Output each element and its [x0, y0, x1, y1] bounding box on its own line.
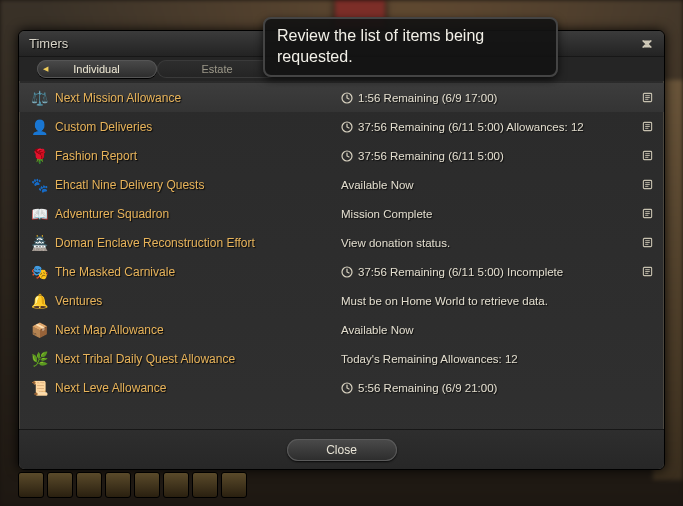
row-status-text: 37:56 Remaining (6/11 5:00) [358, 150, 504, 162]
row-status: 37:56 Remaining (6/11 5:00) Allowances: … [341, 121, 634, 133]
row-name: The Masked Carnivale [55, 265, 335, 279]
row-status: Available Now [341, 179, 634, 191]
row-name: Next Tribal Daily Quest Allowance [55, 352, 335, 366]
row-status-text: 37:56 Remaining (6/11 5:00) Allowances: … [358, 121, 584, 133]
window-title: Timers [29, 36, 68, 51]
notebook-icon[interactable] [640, 149, 654, 163]
row-status-text: View donation status. [341, 237, 450, 249]
row-icon: 📖 [29, 204, 49, 224]
clock-icon [341, 150, 353, 162]
row-icon: 🌿 [29, 349, 49, 369]
footer: Close [19, 429, 664, 469]
row-icon: 🎭 [29, 262, 49, 282]
row-name: Adventurer Squadron [55, 207, 335, 221]
row-status: 5:56 Remaining (6/9 21:00) [341, 382, 634, 394]
row-status: Mission Complete [341, 208, 634, 220]
notebook-icon [640, 381, 654, 395]
clock-icon [341, 121, 353, 133]
help-icon[interactable] [638, 36, 656, 52]
hotbar-hint [18, 472, 665, 502]
timer-row[interactable]: 🏯Doman Enclave Reconstruction EffortView… [19, 228, 664, 257]
notebook-icon[interactable] [640, 265, 654, 279]
timers-window: Timers Individual Estate ⚖️Next Mission … [18, 30, 665, 470]
tooltip-text: Review the list of items being requested… [277, 27, 484, 65]
timer-row[interactable]: 🌹Fashion Report37:56 Remaining (6/11 5:0… [19, 141, 664, 170]
row-name: Ehcatl Nine Delivery Quests [55, 178, 335, 192]
tab-individual[interactable]: Individual [37, 60, 157, 78]
row-name: Next Map Allowance [55, 323, 335, 337]
timer-row[interactable]: 🌿Next Tribal Daily Quest AllowanceToday'… [19, 344, 664, 373]
timer-row[interactable]: 👤Custom Deliveries37:56 Remaining (6/11 … [19, 112, 664, 141]
clock-icon [341, 92, 353, 104]
timer-row[interactable]: 📜Next Leve Allowance5:56 Remaining (6/9 … [19, 373, 664, 402]
row-status: 37:56 Remaining (6/11 5:00) [341, 150, 634, 162]
notebook-icon[interactable] [640, 178, 654, 192]
row-status-text: 5:56 Remaining (6/9 21:00) [358, 382, 497, 394]
row-icon: 📦 [29, 320, 49, 340]
row-icon: 🏯 [29, 233, 49, 253]
row-name: Custom Deliveries [55, 120, 335, 134]
notebook-icon[interactable] [640, 91, 654, 105]
row-name: Doman Enclave Reconstruction Effort [55, 236, 335, 250]
row-status: Must be on Home World to retrieve data. [341, 295, 634, 307]
row-status-text: Today's Remaining Allowances: 12 [341, 353, 518, 365]
row-status: 1:56 Remaining (6/9 17:00) [341, 92, 634, 104]
row-name: Fashion Report [55, 149, 335, 163]
notebook-icon[interactable] [640, 207, 654, 221]
row-status-text: Available Now [341, 179, 414, 191]
timer-row[interactable]: 🔔VenturesMust be on Home World to retrie… [19, 286, 664, 315]
row-status: Today's Remaining Allowances: 12 [341, 353, 634, 365]
tab-estate[interactable]: Estate [157, 60, 277, 78]
notebook-icon [640, 323, 654, 337]
row-icon: ⚖️ [29, 88, 49, 108]
row-status-text: Available Now [341, 324, 414, 336]
row-icon: 🐾 [29, 175, 49, 195]
tooltip: Review the list of items being requested… [263, 17, 558, 77]
notebook-icon[interactable] [640, 236, 654, 250]
timer-row[interactable]: 🎭The Masked Carnivale37:56 Remaining (6/… [19, 257, 664, 286]
row-status-text: Must be on Home World to retrieve data. [341, 295, 548, 307]
clock-icon [341, 266, 353, 278]
row-status: View donation status. [341, 237, 634, 249]
timer-row[interactable]: 🐾Ehcatl Nine Delivery QuestsAvailable No… [19, 170, 664, 199]
row-icon: 📜 [29, 378, 49, 398]
row-name: Next Leve Allowance [55, 381, 335, 395]
timer-list: ⚖️Next Mission Allowance1:56 Remaining (… [19, 81, 664, 429]
timer-row[interactable]: 📖Adventurer SquadronMission Complete [19, 199, 664, 228]
notebook-icon[interactable] [640, 120, 654, 134]
timer-row[interactable]: 📦Next Map AllowanceAvailable Now [19, 315, 664, 344]
row-status: Available Now [341, 324, 634, 336]
row-status-text: Mission Complete [341, 208, 432, 220]
row-status: 37:56 Remaining (6/11 5:00) Incomplete [341, 266, 634, 278]
row-status-text: 37:56 Remaining (6/11 5:00) Incomplete [358, 266, 563, 278]
row-icon: 🔔 [29, 291, 49, 311]
timer-row[interactable]: ⚖️Next Mission Allowance1:56 Remaining (… [19, 83, 664, 112]
row-name: Ventures [55, 294, 335, 308]
close-button[interactable]: Close [287, 439, 397, 461]
row-status-text: 1:56 Remaining (6/9 17:00) [358, 92, 497, 104]
row-name: Next Mission Allowance [55, 91, 335, 105]
row-icon: 👤 [29, 117, 49, 137]
row-icon: 🌹 [29, 146, 49, 166]
notebook-icon [640, 294, 654, 308]
notebook-icon [640, 352, 654, 366]
clock-icon [341, 382, 353, 394]
